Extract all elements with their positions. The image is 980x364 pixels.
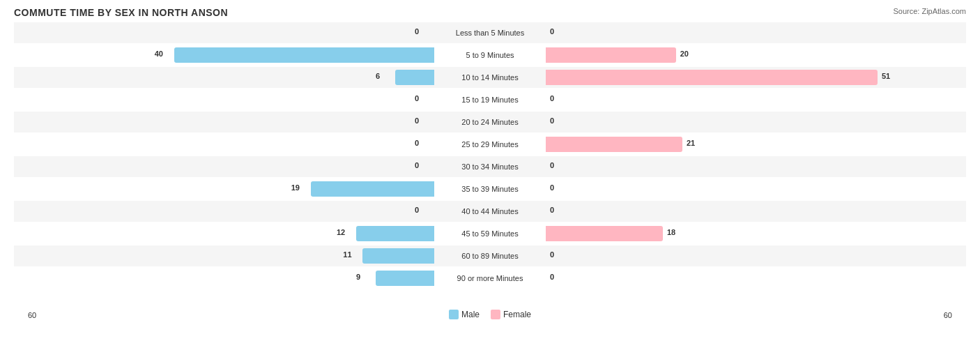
legend-female: Female [491, 310, 531, 319]
female-value: 0 [550, 206, 554, 214]
legend-male: Male [449, 310, 480, 319]
chart-row: 25 to 29 Minutes021 [14, 134, 966, 155]
chart-row: 40 to 44 Minutes00 [14, 201, 966, 222]
male-bar [311, 181, 434, 197]
axis-right: 60 [944, 311, 952, 319]
female-value: 0 [550, 27, 554, 36]
male-value: 0 [415, 206, 419, 214]
male-value: 0 [415, 94, 419, 103]
row-label: 5 to 9 Minutes [466, 51, 514, 59]
female-value: 51 [882, 72, 890, 80]
legend: Male Female [449, 310, 531, 319]
chart-title: COMMUTE TIME BY SEX IN NORTH ANSON [14, 7, 966, 18]
chart-container: COMMUTE TIME BY SEX IN NORTH ANSON Sourc… [0, 0, 980, 364]
legend-female-label: Female [503, 310, 531, 319]
chart-area: Less than 5 Minutes005 to 9 Minutes40201… [14, 22, 966, 301]
male-value: 0 [415, 27, 419, 36]
row-label: 35 to 39 Minutes [461, 185, 518, 193]
male-value: 19 [291, 183, 300, 192]
male-value: 9 [356, 273, 360, 281]
row-label: 40 to 44 Minutes [461, 207, 518, 215]
row-label: 25 to 29 Minutes [461, 140, 518, 149]
row-label: 10 to 14 Minutes [461, 73, 518, 82]
row-label: 90 or more Minutes [457, 274, 523, 282]
male-value: 0 [415, 139, 419, 147]
female-value: 0 [550, 183, 554, 192]
female-bar [546, 137, 682, 152]
male-value: 40 [155, 50, 163, 58]
female-value: 20 [680, 50, 689, 58]
chart-row: 60 to 89 Minutes110 [14, 245, 966, 266]
legend-male-box [449, 310, 459, 319]
female-value: 0 [550, 161, 554, 169]
male-value: 12 [337, 228, 345, 236]
male-bar [376, 271, 434, 286]
male-value: 0 [415, 116, 419, 125]
female-value: 21 [687, 139, 695, 147]
chart-row: 5 to 9 Minutes4020 [14, 45, 966, 66]
female-bar [546, 47, 676, 63]
female-bar [546, 70, 878, 85]
male-bar [174, 47, 434, 63]
female-value: 0 [550, 250, 554, 259]
female-value: 0 [550, 94, 554, 103]
row-label: 60 to 89 Minutes [461, 252, 518, 260]
chart-row: 15 to 19 Minutes00 [14, 89, 966, 110]
male-value: 0 [415, 161, 419, 169]
female-bar [546, 226, 663, 241]
row-label: 45 to 59 Minutes [461, 229, 518, 238]
female-value: 18 [667, 228, 675, 236]
source-label: Source: ZipAtlas.com [893, 7, 966, 15]
male-value: 6 [376, 72, 380, 80]
male-bar [362, 248, 434, 264]
female-value: 0 [550, 116, 554, 125]
row-label: 30 to 34 Minutes [461, 162, 518, 171]
chart-row: Less than 5 Minutes00 [14, 22, 966, 43]
chart-row: 90 or more Minutes90 [14, 268, 966, 289]
male-bar [356, 226, 434, 241]
row-label: Less than 5 Minutes [456, 29, 524, 37]
chart-row: 45 to 59 Minutes1218 [14, 223, 966, 244]
chart-row: 20 to 24 Minutes00 [14, 112, 966, 132]
chart-row: 10 to 14 Minutes651 [14, 67, 966, 88]
male-value: 11 [343, 250, 351, 259]
legend-female-box [491, 310, 500, 319]
female-value: 0 [550, 273, 554, 281]
legend-male-label: Male [461, 310, 480, 319]
axis-left: 60 [28, 311, 36, 319]
row-label: 15 to 19 Minutes [461, 96, 518, 104]
row-label: 20 to 24 Minutes [461, 118, 518, 126]
chart-row: 35 to 39 Minutes190 [14, 179, 966, 199]
chart-row: 30 to 34 Minutes00 [14, 156, 966, 177]
male-bar [395, 70, 434, 85]
